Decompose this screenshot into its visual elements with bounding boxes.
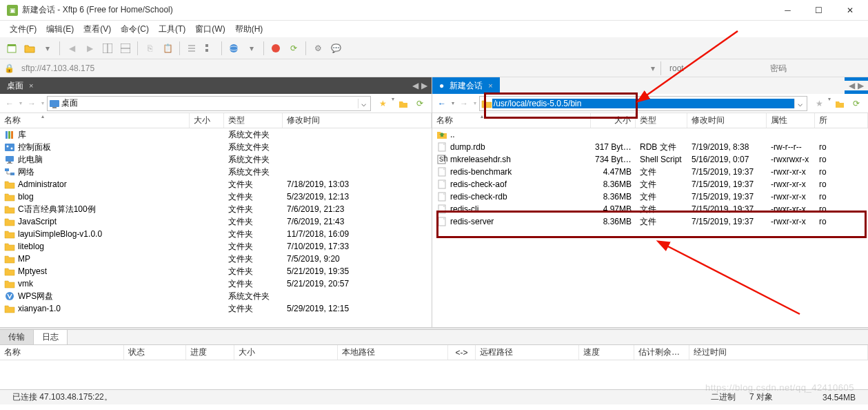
chevron-down-icon[interactable]: ⌵ xyxy=(794,99,805,108)
settings-icon[interactable]: ⚙ xyxy=(310,41,325,56)
file-row[interactable]: Administrator文件夹7/18/2019, 13:03 xyxy=(0,178,432,191)
view-list-icon[interactable] xyxy=(184,41,199,56)
tcol-localpath[interactable]: 本地路径 xyxy=(338,345,448,360)
tcol-remotepath[interactable]: 远程路径 xyxy=(476,345,579,360)
tab-scroll-left-icon[interactable]: ◀ xyxy=(849,81,855,90)
file-row[interactable]: redis-check-rdb8.36MB文件7/15/2019, 19:37-… xyxy=(432,191,868,203)
file-row[interactable]: shmkreleasehdr.sh734 BytesShell Script5/… xyxy=(432,153,868,166)
dropdown-icon[interactable]: ▾ xyxy=(40,41,55,56)
tab-transfer[interactable]: 传输 xyxy=(0,330,34,344)
remote-file-list[interactable]: ..dump.rdb317 BytesRDB 文件7/19/2019, 8:38… xyxy=(432,128,868,327)
local-file-list[interactable]: 库系统文件夹控制面板系统文件夹此电脑系统文件夹网络系统文件夹Administra… xyxy=(0,128,432,327)
file-row[interactable]: .. xyxy=(432,128,868,141)
menu-file[interactable]: 文件(F) xyxy=(6,22,41,37)
file-row[interactable]: WPS网盘系统文件夹 xyxy=(0,290,432,302)
bookmark-icon[interactable]: ★ xyxy=(811,96,827,111)
password-input[interactable] xyxy=(767,61,864,75)
file-row[interactable]: C语言经典算法100例文件夹7/6/2019, 21:23 xyxy=(0,203,432,215)
local-path-combo[interactable]: 桌面 ⌵ xyxy=(47,96,371,111)
bookmark-icon[interactable]: ★ xyxy=(375,96,390,111)
file-row[interactable]: redis-check-aof8.36MB文件7/15/2019, 19:37-… xyxy=(432,178,868,191)
file-row[interactable]: MP文件夹7/5/2019, 9:20 xyxy=(0,253,432,265)
local-tab[interactable]: 桌面 × xyxy=(0,77,40,94)
file-row[interactable]: 此电脑系统文件夹 xyxy=(0,153,432,166)
file-row[interactable]: vmk文件夹5/21/2019, 20:57 xyxy=(0,277,432,290)
nav-back-icon[interactable]: ← xyxy=(3,97,17,110)
file-row[interactable]: 库系统文件夹 xyxy=(0,128,432,141)
new-session-icon[interactable] xyxy=(4,41,19,56)
col-name[interactable]: 名称 xyxy=(432,113,591,128)
chevron-down-icon[interactable]: ⌵ xyxy=(358,99,369,108)
remote-tab[interactable]: ● 新建会话 × xyxy=(432,77,500,94)
nav-fwd-icon[interactable]: → xyxy=(25,97,39,110)
address-dropdown-icon[interactable]: ▾ xyxy=(651,64,655,73)
globe-icon[interactable] xyxy=(226,41,241,56)
file-row[interactable]: redis-cli4.97MB文件7/15/2019, 19:37-rwxr-x… xyxy=(432,203,868,215)
home-icon[interactable] xyxy=(832,96,847,111)
col-type[interactable]: 类型 xyxy=(636,113,687,128)
file-row[interactable]: 控制面板系统文件夹 xyxy=(0,141,432,153)
home-icon[interactable] xyxy=(396,96,411,111)
maximize-button[interactable]: ☐ xyxy=(803,0,834,21)
close-button[interactable]: ✕ xyxy=(834,0,865,21)
col-modified[interactable]: 修改时间 xyxy=(283,113,432,128)
paste-icon[interactable]: 📋 xyxy=(160,41,175,56)
col-owner[interactable]: 所 xyxy=(815,113,868,128)
menu-edit[interactable]: 编辑(E) xyxy=(42,22,78,37)
col-name[interactable]: 名称 xyxy=(0,113,190,128)
tcol-remaining[interactable]: 估计剩余… xyxy=(634,345,689,360)
file-row[interactable]: blog文件夹5/23/2019, 12:13 xyxy=(0,191,432,203)
menu-view[interactable]: 查看(V) xyxy=(79,22,115,37)
tab-scroll-right-icon[interactable]: ▶ xyxy=(858,81,864,90)
address-input[interactable] xyxy=(19,61,647,75)
view-detail-icon[interactable] xyxy=(202,41,217,56)
col-size[interactable]: 大小 xyxy=(591,113,636,128)
menu-tools[interactable]: 工具(T) xyxy=(154,22,190,37)
help-icon[interactable]: 💬 xyxy=(328,41,343,56)
menu-help[interactable]: 帮助(H) xyxy=(231,22,268,37)
file-row[interactable]: JavaScript文件夹7/6/2019, 21:43 xyxy=(0,215,432,228)
col-size[interactable]: 大小 xyxy=(190,113,224,128)
col-type[interactable]: 类型 xyxy=(224,113,283,128)
file-row[interactable]: redis-server8.36MB文件7/15/2019, 19:37-rwx… xyxy=(432,215,868,228)
tab-scroll-right-icon[interactable]: ▶ xyxy=(421,81,427,90)
username-input[interactable] xyxy=(667,61,763,75)
col-attrs[interactable]: 属性 xyxy=(767,113,815,128)
nav-fwd-icon[interactable]: → xyxy=(457,97,471,110)
file-row[interactable]: Mptyest文件夹5/21/2019, 19:35 xyxy=(0,265,432,277)
tcol-speed[interactable]: 速度 xyxy=(579,345,634,360)
file-row[interactable]: liteblog文件夹7/10/2019, 17:33 xyxy=(0,240,432,253)
forward-icon[interactable]: ▶ xyxy=(82,41,97,56)
file-row[interactable]: redis-benchmark4.47MB文件7/15/2019, 19:37-… xyxy=(432,166,868,178)
back-icon[interactable]: ◀ xyxy=(64,41,79,56)
new-folder-icon[interactable] xyxy=(22,41,37,56)
nav-back-icon[interactable]: ← xyxy=(435,97,449,110)
menu-commands[interactable]: 命令(C) xyxy=(117,22,153,37)
close-tab-icon[interactable]: × xyxy=(29,81,33,90)
tcol-progress[interactable]: 进度 xyxy=(186,345,234,360)
col-modified[interactable]: 修改时间 xyxy=(687,113,767,128)
remote-path-combo[interactable]: /usr/local/redis-5.0.5/bin ⌵ xyxy=(479,96,807,111)
tab-log[interactable]: 日志 xyxy=(34,330,68,344)
file-row[interactable]: layuiSimpleBlog-v1.0.0文件夹11/7/2018, 16:0… xyxy=(0,228,432,240)
stop-icon[interactable] xyxy=(268,41,283,56)
tcol-name[interactable]: 名称 xyxy=(0,345,124,360)
tcol-arrows[interactable]: <-> xyxy=(448,345,476,360)
split-h-icon[interactable] xyxy=(100,41,115,56)
minimize-button[interactable]: ─ xyxy=(772,0,803,21)
refresh-remote-icon[interactable]: ⟳ xyxy=(849,96,864,111)
split-v-icon[interactable] xyxy=(118,41,133,56)
copy-icon[interactable]: ⎘ xyxy=(142,41,157,56)
menu-window[interactable]: 窗口(W) xyxy=(191,22,229,37)
file-row[interactable]: 网络系统文件夹 xyxy=(0,166,432,178)
tcol-status[interactable]: 状态 xyxy=(124,345,186,360)
file-row[interactable]: dump.rdb317 BytesRDB 文件7/19/2019, 8:38-r… xyxy=(432,141,868,153)
refresh-local-icon[interactable]: ⟳ xyxy=(412,96,427,111)
dropdown2-icon[interactable]: ▾ xyxy=(244,41,259,56)
tcol-size[interactable]: 大小 xyxy=(234,345,338,360)
file-row[interactable]: xianyan-1.0文件夹5/29/2019, 12:15 xyxy=(0,302,432,315)
tcol-elapsed[interactable]: 经过时间 xyxy=(689,345,868,360)
refresh-icon[interactable]: ⟳ xyxy=(286,41,301,56)
tab-scroll-left-icon[interactable]: ◀ xyxy=(412,81,418,90)
close-tab-icon[interactable]: × xyxy=(488,81,492,90)
